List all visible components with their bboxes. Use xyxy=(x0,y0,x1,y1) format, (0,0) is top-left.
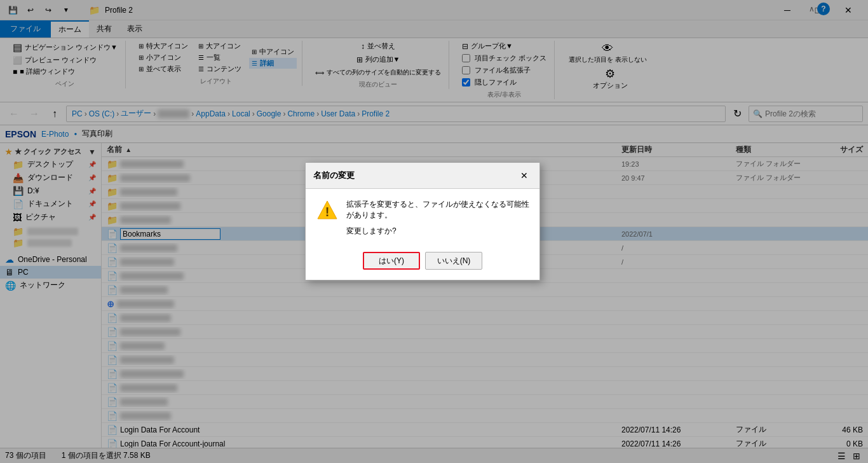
dialog-content: ! 拡張子を変更すると、ファイルが使えなくなる可能性があります。 変更しますか? xyxy=(306,189,539,247)
dialog-text: 拡張子を変更すると、ファイルが使えなくなる可能性があります。 変更しますか? xyxy=(346,199,529,237)
dialog-yes-button[interactable]: はい(Y) xyxy=(363,252,420,270)
dialog-title-bar: 名前の変更 ✕ xyxy=(306,163,539,189)
dialog-close-button[interactable]: ✕ xyxy=(517,168,532,183)
dialog-overlay: 名前の変更 ✕ ! 拡張子を変更すると、ファイルが使えなくなる可能性があります。… xyxy=(0,0,868,463)
svg-text:!: ! xyxy=(325,205,330,219)
dialog-no-button[interactable]: いいえ(N) xyxy=(425,252,482,270)
dialog-title: 名前の変更 xyxy=(313,170,355,181)
rename-dialog: 名前の変更 ✕ ! 拡張子を変更すると、ファイルが使えなくなる可能性があります。… xyxy=(305,162,540,280)
dialog-buttons: はい(Y) いいえ(N) xyxy=(306,247,539,280)
dialog-warning-icon: ! xyxy=(316,199,339,224)
